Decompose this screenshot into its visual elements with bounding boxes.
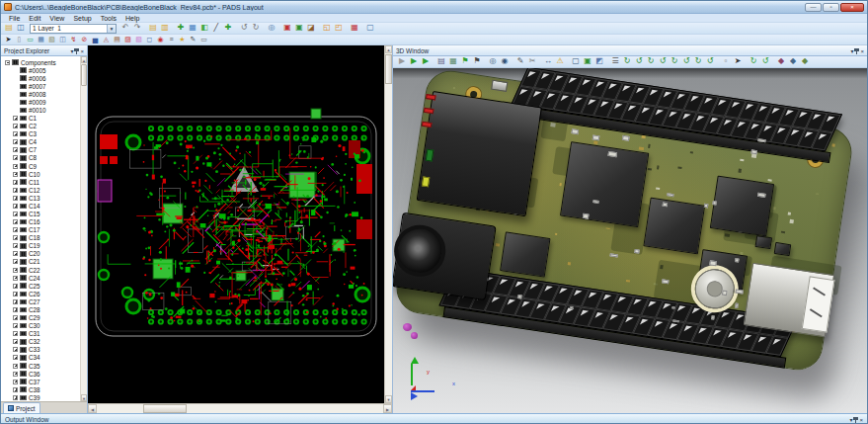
- pin-a-icon[interactable]: ◆: [775, 56, 787, 66]
- tree-item-C16[interactable]: C16: [3, 218, 87, 226]
- expander-icon[interactable]: [13, 251, 18, 256]
- copy-icon[interactable]: ◫: [57, 35, 68, 43]
- flag-dark-icon[interactable]: ⚑: [471, 56, 483, 66]
- tree-item-C32[interactable]: C32: [3, 338, 87, 346]
- canvas-scroll-up-icon[interactable]: ▲: [385, 45, 392, 53]
- photo-view-icon[interactable]: ▦: [187, 23, 198, 33]
- flag-green-icon[interactable]: ⚑: [459, 56, 471, 66]
- tree-item-C30[interactable]: C30: [3, 322, 87, 330]
- layers-icon[interactable]: ≡: [166, 35, 177, 43]
- expander-icon[interactable]: [13, 259, 18, 264]
- tree-item-n0006[interactable]: #0006: [3, 74, 87, 82]
- expander-icon[interactable]: [13, 188, 18, 193]
- expander-icon[interactable]: [13, 147, 18, 152]
- tree-item-C18[interactable]: C18: [3, 234, 87, 242]
- expander-icon[interactable]: [13, 292, 18, 297]
- expander-icon[interactable]: [13, 307, 18, 312]
- expander-icon[interactable]: [13, 323, 18, 328]
- expander-icon[interactable]: [13, 235, 18, 240]
- rotate-2-icon[interactable]: ↺: [633, 56, 645, 66]
- expander-icon[interactable]: [13, 139, 18, 144]
- tab-project[interactable]: Project: [3, 402, 40, 413]
- tree-item-C38[interactable]: C38: [3, 385, 87, 393]
- tree-item-C3[interactable]: C3: [3, 130, 87, 138]
- no-entry-icon[interactable]: ⊘: [79, 35, 90, 43]
- board-view-icon[interactable]: ◧: [198, 23, 210, 33]
- tool-red-icon[interactable]: ▨: [122, 35, 133, 43]
- expander-icon[interactable]: [13, 387, 18, 392]
- eraser-icon[interactable]: ◪: [305, 23, 317, 33]
- expander-icon[interactable]: [13, 164, 18, 169]
- tree-item-n0009[interactable]: #0009: [3, 98, 87, 106]
- tree-item-C28[interactable]: C28: [3, 305, 87, 313]
- expander-icon[interactable]: [5, 60, 10, 65]
- tree-root-components[interactable]: Components: [3, 58, 87, 66]
- pcb-2d-canvas[interactable]: [88, 45, 384, 403]
- menu-view[interactable]: View: [45, 15, 68, 22]
- tree-item-C1[interactable]: C1: [3, 115, 87, 123]
- tree-scroll-down-icon[interactable]: ▼: [81, 394, 87, 401]
- refresh-green-2-icon[interactable]: ↺: [759, 56, 771, 66]
- expander-icon[interactable]: [13, 268, 18, 273]
- expander-icon[interactable]: [13, 355, 18, 360]
- window-icon[interactable]: ◻: [144, 35, 155, 43]
- tree-item-C2[interactable]: C2: [3, 123, 87, 130]
- tree-item-n0007[interactable]: #0007: [3, 82, 87, 90]
- tree-item-C35[interactable]: C35: [3, 362, 87, 370]
- tree-item-C25[interactable]: C25: [3, 282, 87, 290]
- layer-selector[interactable]: 1 Layer_1 ▼: [30, 24, 117, 34]
- tree-item-C39[interactable]: C39: [3, 393, 87, 401]
- rotate-7-icon[interactable]: ↻: [692, 56, 704, 66]
- monitor-blue-icon[interactable]: ▢: [364, 23, 376, 33]
- maximize-button[interactable]: ▫: [823, 3, 839, 12]
- line-tool-icon[interactable]: ╱: [210, 23, 222, 33]
- tree-item-C14[interactable]: C14: [3, 202, 87, 210]
- tree-scrollbar[interactable]: ▲ ▼: [80, 56, 87, 401]
- sheet-icon[interactable]: ▯: [14, 35, 25, 43]
- rotate-6-icon[interactable]: ↺: [680, 56, 692, 66]
- tree-item-C22[interactable]: C22: [3, 266, 87, 274]
- expander-icon[interactable]: [13, 331, 18, 336]
- expander-icon[interactable]: [13, 212, 18, 216]
- tree-item-C15[interactable]: C15: [3, 210, 87, 217]
- pointer-icon[interactable]: ➤: [732, 56, 744, 66]
- minimize-button[interactable]: —: [805, 3, 822, 12]
- redo-view-icon[interactable]: ↻: [250, 23, 262, 33]
- render-icon[interactable]: ◩: [593, 56, 605, 66]
- menu-edit[interactable]: Edit: [25, 15, 44, 22]
- open-icon[interactable]: ▤: [3, 23, 15, 33]
- expander-icon[interactable]: [13, 227, 18, 232]
- tree-item-C37[interactable]: C37: [3, 378, 87, 385]
- play-green-2-icon[interactable]: ▶: [420, 56, 432, 66]
- tree-item-C12[interactable]: C12: [3, 186, 87, 194]
- text-icon[interactable]: ✎: [188, 35, 198, 43]
- chart-icon[interactable]: ▅: [90, 35, 101, 43]
- rotate-4-icon[interactable]: ↺: [657, 56, 669, 66]
- drc-red-icon[interactable]: ▣: [281, 23, 293, 33]
- tree-item-C9[interactable]: C9: [3, 162, 87, 170]
- play-green-icon[interactable]: ▶: [408, 56, 420, 66]
- screen-icon[interactable]: ▢: [570, 56, 582, 66]
- menu-file[interactable]: File: [5, 15, 24, 22]
- title-bar[interactable]: C:\Users\..\BeagleBoneBlack\PCB\BeagleBo…: [1, 1, 867, 14]
- tree-item-C26[interactable]: C26: [3, 290, 87, 297]
- photo-icon[interactable]: ▦: [447, 56, 459, 66]
- tree-item-n0008[interactable]: #0008: [3, 90, 87, 98]
- chevron-down-icon[interactable]: ▼: [107, 25, 116, 33]
- favorite-icon[interactable]: ★: [177, 35, 188, 43]
- rotate-8-icon[interactable]: ↺: [704, 56, 716, 66]
- canvas-vertical-scrollbar[interactable]: ▲ ▼: [384, 45, 392, 403]
- tree-item-C20[interactable]: C20: [3, 250, 87, 258]
- play-gray-icon[interactable]: ▶: [396, 56, 408, 66]
- pin-b-icon[interactable]: ◆: [787, 56, 799, 66]
- move-cross-icon[interactable]: ✚: [222, 23, 234, 33]
- expander-icon[interactable]: [13, 380, 18, 384]
- tree-item-C24[interactable]: C24: [3, 274, 87, 282]
- viewport-3d[interactable]: x y: [393, 68, 867, 413]
- tree-item-n0010[interactable]: #0010: [3, 106, 87, 114]
- expander-icon[interactable]: [13, 276, 18, 281]
- route-icon[interactable]: ↯: [68, 35, 79, 43]
- move-mode-icon[interactable]: ✚: [175, 23, 187, 33]
- knife-icon[interactable]: ✂: [526, 56, 538, 66]
- tree-item-C4[interactable]: C4: [3, 138, 87, 146]
